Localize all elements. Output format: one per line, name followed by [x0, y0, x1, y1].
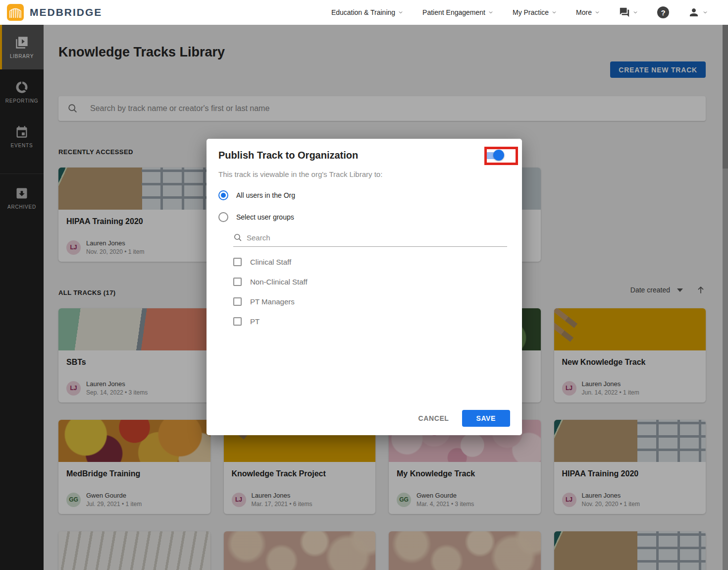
checkbox[interactable] [233, 278, 242, 286]
chevron-down-icon [398, 9, 404, 15]
save-button[interactable]: SAVE [462, 410, 511, 427]
account-menu[interactable] [688, 6, 708, 18]
modal-title: Publish Track to Organization [218, 150, 358, 161]
nav-my-practice[interactable]: My Practice [513, 8, 557, 16]
chevron-down-icon [702, 9, 708, 15]
group-row-non-clinical-staff[interactable]: Non-Clinical Staff [233, 272, 510, 291]
annotation-highlight-box [484, 147, 518, 165]
forum-icon [619, 7, 630, 18]
modal-footer: CANCEL SAVE [218, 410, 510, 427]
medbridge-logo[interactable]: MEDBRIDGE [7, 4, 102, 21]
group-row-clinical-staff[interactable]: Clinical Staff [233, 252, 510, 272]
group-row-pt[interactable]: PT [233, 311, 510, 331]
checkbox[interactable] [233, 317, 242, 326]
chevron-down-icon [632, 9, 638, 15]
medbridge-logo-icon [7, 4, 24, 21]
checkbox[interactable] [233, 297, 242, 306]
help-icon[interactable]: ? [657, 6, 669, 18]
chevron-down-icon [488, 9, 494, 15]
radio-button-selected [218, 190, 228, 200]
publish-track-modal: Publish Track to Organization This track… [207, 139, 522, 435]
checkbox[interactable] [233, 258, 242, 266]
messages-menu[interactable] [619, 7, 638, 18]
chevron-down-icon [551, 9, 557, 15]
modal-description: This track is viewable in the org's Trac… [218, 170, 510, 178]
chevron-down-icon [594, 9, 600, 15]
group-row-pt-managers[interactable]: PT Managers [233, 291, 510, 311]
group-search-field[interactable] [233, 233, 507, 247]
radio-button [218, 212, 228, 222]
nav-education-training[interactable]: Education & Training [331, 8, 404, 16]
nav-more[interactable]: More [576, 8, 600, 16]
search-icon [233, 233, 243, 242]
radio-select-groups[interactable]: Select user groups [218, 212, 510, 222]
top-navbar: MEDBRIDGE Education & Training Patient E… [0, 0, 728, 25]
nav-patient-engagement[interactable]: Patient Engagement [422, 8, 494, 16]
user-group-list: Clinical Staff Non-Clinical Staff PT Man… [233, 252, 510, 331]
radio-all-users[interactable]: All users in the Org [218, 190, 510, 200]
group-search-input[interactable] [247, 233, 507, 242]
app-root: MEDBRIDGE Education & Training Patient E… [0, 0, 728, 570]
person-icon [688, 6, 700, 18]
brand-name: MEDBRIDGE [30, 6, 102, 18]
cancel-button[interactable]: CANCEL [411, 410, 457, 427]
